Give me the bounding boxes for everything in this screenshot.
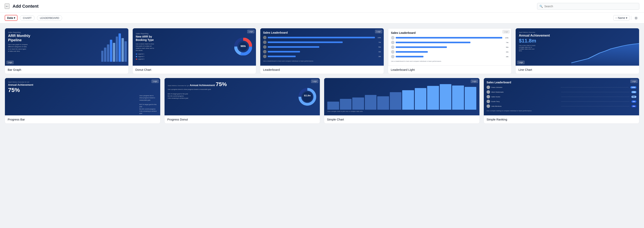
lb-title: Sales Leaderboard <box>263 31 381 34</box>
leaderboard-dark-preview: Sales Leaderboard 105k 74k 50k 32k 28k U… <box>260 28 384 66</box>
dropdown-icon: ▾ <box>14 16 15 20</box>
sc-desc: Use a simple chart to plot one or multip… <box>327 110 476 112</box>
svg-text:980k: 980k <box>240 45 246 48</box>
card-donut-chart[interactable]: Sales Reporting New ARR by Booking Type … <box>132 28 256 74</box>
pb-value: 75% <box>8 87 157 93</box>
card-leaderboard-light[interactable]: Sales Leaderboard 105k 74k 50k 32k 28k U… <box>388 28 512 74</box>
card-label-donut: Donut Chart <box>133 66 256 74</box>
card-label-leaderboard: Leaderboard <box>260 66 384 74</box>
sc-chart-area <box>327 83 476 110</box>
back-button[interactable]: ← <box>5 4 10 9</box>
pd-right: $11.8m <box>298 81 317 112</box>
bar-graph-preview: Sales Reporting ARR MonthlyPipeline Use … <box>5 28 128 66</box>
lc-category: SaaS Metrics Overview <box>519 32 636 33</box>
card-label-simple-ranking: Simple Ranking <box>484 116 639 124</box>
sort-chevron: ▾ <box>626 16 627 20</box>
pd-left: SaaS Metrics Overview for Q4 Annual Achi… <box>168 81 296 112</box>
card-preview-progress-bar: SaaS Metrics Overview for Q4 Annual Achi… <box>5 78 160 116</box>
search-input[interactable] <box>537 3 639 10</box>
card-label-simple-chart: Simple Chart <box>324 116 480 124</box>
card-label-progress-donut: Progress Donut <box>164 116 320 124</box>
pb-category: SaaS Metrics Overview for Q4 <box>8 81 157 83</box>
lb-logo-badge: Logo <box>375 30 382 33</box>
card-bar-graph[interactable]: Sales Reporting ARR MonthlyPipeline Use … <box>5 28 128 74</box>
lc-title: Annual Achievement <box>519 34 636 37</box>
donut-desc: Use a donut chart to show how parts of a… <box>136 43 156 52</box>
pb-desc: Use a progress bar to show progress towa… <box>140 94 157 114</box>
sr-logo-badge: Logo <box>630 80 638 83</box>
bar-graph-logo-badge: Logo <box>6 61 14 64</box>
simple-ranking-preview: Sales Leaderboard Grace Johnston 105k Al… <box>484 78 639 116</box>
card-progress-donut[interactable]: SaaS Metrics Overview for Q4 Annual Achi… <box>164 78 320 124</box>
data-dropdown[interactable]: Data ▾ <box>5 15 18 21</box>
leaderboard-light-preview: Sales Leaderboard 105k 74k 50k 32k 28k U… <box>388 28 512 66</box>
sort-button[interactable]: ↕ Name ▾ <box>613 15 630 21</box>
card-label-line-chart: Line Chart <box>516 66 639 74</box>
pd-category: SaaS Metrics Overview for Q4 <box>168 85 189 86</box>
lc-desc: Use a line chart to track a single data … <box>519 44 536 52</box>
header: ← Add Content 🔍 <box>0 0 644 12</box>
header-left: ← Add Content <box>5 4 537 9</box>
cards-row-2: SaaS Metrics Overview for Q4 Annual Achi… <box>5 78 639 124</box>
bg-desc: Use a bar graph to compare different cat… <box>8 44 28 52</box>
search-wrapper: 🔍 <box>537 3 639 10</box>
donut-preview: Sales Reporting New ARR by Booking Type … <box>133 28 256 66</box>
progress-bar-preview: SaaS Metrics Overview for Q4 Annual Achi… <box>5 78 160 116</box>
filter-icon-button[interactable]: ⊟ <box>633 15 639 21</box>
card-preview-simple-ranking: Sales Leaderboard Grace Johnston 105k Al… <box>484 78 639 116</box>
card-label-leaderboard-light: Leaderboard Light <box>388 66 512 74</box>
filter-chip-chart[interactable]: CHART <box>20 15 34 21</box>
lb-light-desc: Use a leaderboard to track and compare i… <box>391 60 508 62</box>
card-preview-progress-donut: SaaS Metrics Overview for Q4 Annual Achi… <box>164 78 320 116</box>
lb-light-logo-badge: Logo <box>502 30 510 34</box>
lc-logo-badge: Logo <box>517 61 524 64</box>
card-simple-chart[interactable]: Use a simple chart to plot one or multip… <box>324 78 480 124</box>
card-preview-line-chart: SaaS Metrics Overview Annual Achievement… <box>516 28 639 66</box>
card-progress-bar[interactable]: SaaS Metrics Overview for Q4 Annual Achi… <box>5 78 160 124</box>
page-title: Add Content <box>12 4 38 9</box>
search-icon: 🔍 <box>540 5 543 8</box>
card-preview-bar-graph: Sales Reporting ARR MonthlyPipeline Use … <box>5 28 128 66</box>
donut-logo-badge: Logo <box>247 30 254 33</box>
sc-logo-badge: Logo <box>471 80 478 83</box>
card-label-bar-graph: Bar Graph <box>5 66 128 74</box>
line-chart-preview: SaaS Metrics Overview Annual Achievement… <box>516 28 639 66</box>
sort-icon: ↕ <box>616 16 617 19</box>
progress-donut-preview: SaaS Metrics Overview for Q4 Annual Achi… <box>164 78 320 116</box>
svg-point-8 <box>302 92 312 102</box>
filter-divider <box>631 16 631 20</box>
bar-graph-chart <box>101 30 127 62</box>
card-line-chart[interactable]: SaaS Metrics Overview Annual Achievement… <box>516 28 639 74</box>
lc-value: $11.8m <box>519 38 636 44</box>
pd-logo-badge: Logo <box>311 80 318 83</box>
donut-left: Sales Reporting New ARR by Booking Type … <box>136 32 158 60</box>
sr-title: Sales Leaderboard <box>486 81 636 84</box>
pb-logo-badge: Logo <box>152 80 159 83</box>
simple-chart-preview: Use a simple chart to plot one or multip… <box>324 78 480 116</box>
card-preview-leaderboard-light: Sales Leaderboard 105k 74k 50k 32k 28k U… <box>388 28 512 66</box>
card-preview-donut: Sales Reporting New ARR by Booking Type … <box>133 28 256 66</box>
content-area: Sales Reporting ARR MonthlyPipeline Use … <box>0 24 644 128</box>
filter-bar: Data ▾ CHART LEADERBOARD ↕ Name ▾ ⊟ <box>0 12 644 24</box>
lb-light-title: Sales Leaderboard <box>391 31 508 34</box>
filter-chip-leaderboard[interactable]: LEADERBOARD <box>37 15 62 21</box>
pd-desc: Use a progress donut to show progress to… <box>168 88 296 99</box>
lb-desc: Use a leaderboard to track and compare i… <box>263 60 381 62</box>
data-label: Data <box>7 16 13 20</box>
donut-category: Sales Reporting <box>136 33 148 34</box>
donut-title: New ARR by Booking Type <box>136 35 158 42</box>
pd-title: Annual Achievement <box>190 84 215 87</box>
card-leaderboard[interactable]: Sales Leaderboard 105k 74k 50k 32k 28k U… <box>260 28 384 74</box>
cards-row-1: Sales Reporting ARR MonthlyPipeline Use … <box>5 28 639 74</box>
card-preview-leaderboard: Sales Leaderboard 105k 74k 50k 32k 28k U… <box>260 28 384 66</box>
svg-text:$11.8m: $11.8m <box>304 94 311 97</box>
sr-desc: Use a simple ranking to compare individu… <box>486 110 636 112</box>
pd-value: 75% <box>216 81 227 87</box>
sort-label: Name <box>618 16 625 20</box>
pb-title: Annual Achievement <box>8 83 157 86</box>
donut-circle: 980k <box>234 38 252 56</box>
card-preview-simple-chart: Use a simple chart to plot one or multip… <box>324 78 480 116</box>
filter-bar-right: ↕ Name ▾ ⊟ <box>613 15 639 21</box>
card-simple-ranking[interactable]: Sales Leaderboard Grace Johnston 105k Al… <box>484 78 639 124</box>
card-label-progress-bar: Progress Bar <box>5 116 160 124</box>
